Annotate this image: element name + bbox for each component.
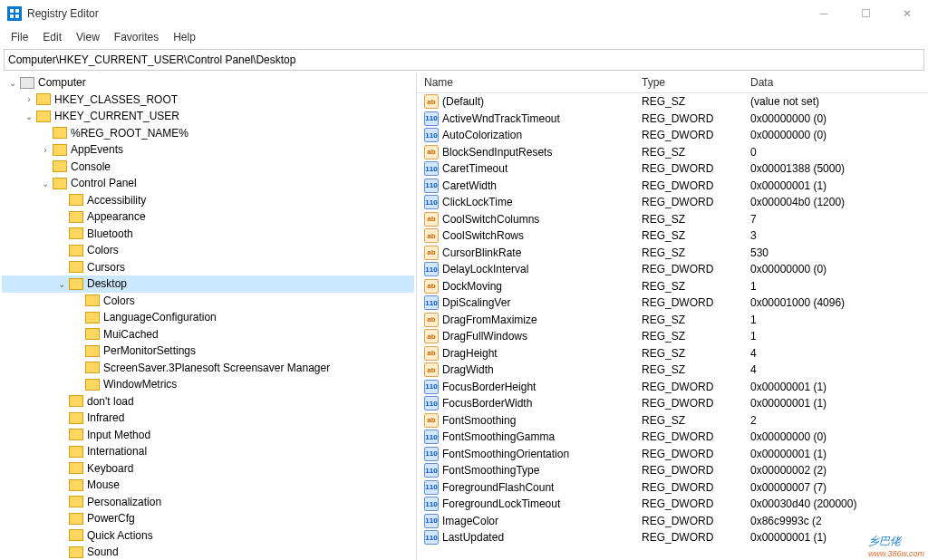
menu-help[interactable]: Help (166, 29, 203, 45)
minimize-button[interactable]: ─ (803, 0, 845, 27)
tree-node[interactable]: PerMonitorSettings (2, 343, 414, 360)
tree-node[interactable]: ⌄HKEY_CURRENT_USER (2, 108, 414, 125)
value-row[interactable]: 110CaretWidthREG_DWORD0x00000001 (1) (417, 178, 928, 195)
value-row[interactable]: 110CaretTimeoutREG_DWORD0x00001388 (5000… (417, 160, 928, 178)
tree-node[interactable]: ⌄Desktop (2, 275, 414, 293)
tree-node[interactable]: ⌄Control Panel (2, 175, 414, 192)
tree-node[interactable]: don't load (2, 393, 414, 410)
value-type: REG_DWORD (634, 430, 743, 443)
tree-node[interactable]: Cursors (2, 259, 414, 276)
tree-node[interactable]: Sound (2, 544, 414, 560)
tree-node[interactable]: Appearance (2, 208, 414, 226)
value-row[interactable]: abCoolSwitchColumnsREG_SZ7 (417, 211, 928, 228)
menu-edit[interactable]: Edit (35, 29, 69, 45)
value-row[interactable]: 110LastUpdatedREG_DWORD0x00000001 (1) (417, 529, 928, 546)
value-row[interactable]: ab(Default)REG_SZ(value not set) (417, 93, 928, 111)
value-type: REG_SZ (634, 229, 743, 242)
value-type: REG_SZ (634, 280, 743, 293)
string-value-icon: ab (424, 362, 439, 377)
value-name: FocusBorderHeight (442, 381, 536, 393)
header-data[interactable]: Data (743, 72, 928, 92)
close-button[interactable]: ✕ (886, 0, 928, 27)
chevron-down-icon[interactable]: ⌄ (22, 111, 36, 121)
value-row[interactable]: 110FocusBorderWidthREG_DWORD0x00000001 (… (417, 395, 928, 412)
value-type: REG_DWORD (634, 531, 743, 544)
value-name: ForegroundFlashCount (442, 481, 554, 494)
value-type: REG_SZ (634, 330, 743, 343)
tree-node[interactable]: ⌄Computer (2, 74, 414, 92)
value-data: 0x00001000 (4096) (743, 296, 928, 309)
tree-node[interactable]: LanguageConfiguration (2, 309, 414, 326)
tree-node[interactable]: Personalization (2, 494, 414, 511)
tree-node[interactable]: Bluetooth (2, 226, 414, 243)
value-row[interactable]: 110FontSmoothingTypeREG_DWORD0x00000002 … (417, 462, 928, 479)
tree-node[interactable]: ›AppEvents (2, 141, 414, 159)
tree-node[interactable]: Accessibility (2, 192, 414, 209)
value-data: 0x00000000 (0) (743, 263, 928, 275)
value-row[interactable]: 110AutoColorizationREG_DWORD0x00000000 (… (417, 127, 928, 144)
header-name[interactable]: Name (417, 72, 634, 92)
value-row[interactable]: 110FontSmoothingOrientationREG_DWORD0x00… (417, 446, 928, 463)
tree-pane[interactable]: ⌄Computer›HKEY_CLASSES_ROOT⌄HKEY_CURRENT… (0, 72, 417, 560)
tree-node[interactable]: ScreenSaver.3Planesoft Screensaver Manag… (2, 360, 414, 377)
tree-node[interactable]: Colors (2, 293, 414, 310)
value-row[interactable]: 110ForegroundFlashCountREG_DWORD0x000000… (417, 479, 928, 497)
value-row[interactable]: 110ImageColorREG_DWORD0x86c9993c (2 (417, 513, 928, 530)
tree-node[interactable]: %REG_ROOT_NAME% (2, 125, 414, 142)
menu-favorites[interactable]: Favorites (107, 29, 166, 45)
value-type: REG_DWORD (634, 129, 743, 141)
dword-value-icon: 110 (424, 262, 439, 276)
chevron-right-icon[interactable]: › (22, 94, 36, 104)
value-row[interactable]: abDragHeightREG_SZ4 (417, 345, 928, 362)
value-type: REG_SZ (634, 146, 743, 159)
chevron-down-icon[interactable]: ⌄ (38, 179, 53, 188)
maximize-button[interactable]: ☐ (845, 0, 886, 27)
value-row[interactable]: 110DelayLockIntervalREG_DWORD0x00000000 … (417, 261, 928, 278)
value-row[interactable]: abCursorBlinkRateREG_SZ530 (417, 245, 928, 262)
chevron-down-icon[interactable]: ⌄ (54, 279, 69, 289)
value-type: REG_DWORD (634, 464, 743, 477)
tree-node[interactable]: Input Method (2, 427, 414, 444)
header-type[interactable]: Type (634, 72, 743, 92)
tree-node[interactable]: ›HKEY_CLASSES_ROOT (2, 92, 414, 109)
menu-view[interactable]: View (69, 29, 107, 45)
address-bar[interactable]: Computer\HKEY_CURRENT_USER\Control Panel… (4, 49, 924, 71)
folder-icon (53, 178, 67, 189)
list-pane[interactable]: Name Type Data ab(Default)REG_SZ(value n… (417, 72, 928, 560)
value-row[interactable]: 110ForegroundLockTimeoutREG_DWORD0x00030… (417, 496, 928, 513)
value-row[interactable]: abDockMovingREG_SZ1 (417, 278, 928, 295)
value-row[interactable]: abBlockSendInputResetsREG_SZ0 (417, 144, 928, 161)
value-row[interactable]: 110ActiveWndTrackTimeoutREG_DWORD0x00000… (417, 111, 928, 128)
value-row[interactable]: 110DpiScalingVerREG_DWORD0x00001000 (409… (417, 294, 928, 312)
tree-label: Accessibility (87, 194, 146, 207)
tree-node[interactable]: Quick Actions (2, 527, 414, 545)
value-data: 0x00000001 (1) (743, 179, 928, 192)
value-row[interactable]: 110FontSmoothingGammaREG_DWORD0x00000000… (417, 429, 928, 446)
value-type: REG_SZ (634, 246, 743, 259)
value-row[interactable]: 110FocusBorderHeightREG_DWORD0x00000001 … (417, 379, 928, 396)
tree-node[interactable]: Keyboard (2, 460, 414, 478)
value-row[interactable]: abDragWidthREG_SZ4 (417, 362, 928, 379)
tree-node[interactable]: Infrared (2, 410, 414, 427)
tree-label: LanguageConfiguration (103, 311, 217, 323)
value-row[interactable]: abDragFromMaximizeREG_SZ1 (417, 312, 928, 329)
tree-node[interactable]: Colors (2, 242, 414, 259)
value-row[interactable]: abFontSmoothingREG_SZ2 (417, 412, 928, 430)
tree-node[interactable]: MuiCached (2, 326, 414, 343)
tree-node[interactable]: Console (2, 159, 414, 176)
chevron-down-icon[interactable]: ⌄ (5, 78, 20, 88)
value-row[interactable]: abCoolSwitchRowsREG_SZ3 (417, 227, 928, 245)
tree-node[interactable]: International (2, 443, 414, 460)
menu-file[interactable]: File (4, 29, 35, 45)
value-row[interactable]: abDragFullWindowsREG_SZ1 (417, 328, 928, 345)
tree-node[interactable]: PowerCfg (2, 510, 414, 527)
value-row[interactable]: 110ClickLockTimeREG_DWORD0x000004b0 (120… (417, 194, 928, 211)
tree-node[interactable]: Mouse (2, 477, 414, 494)
tree-node[interactable]: WindowMetrics (2, 376, 414, 393)
value-name: DragFromMaximize (442, 314, 537, 326)
chevron-right-icon[interactable]: › (38, 145, 53, 155)
tree-label: %REG_ROOT_NAME% (71, 127, 188, 140)
value-data: 0x00000001 (1) (743, 381, 928, 393)
folder-icon (85, 362, 100, 373)
tree-label: HKEY_CURRENT_USER (54, 110, 179, 122)
